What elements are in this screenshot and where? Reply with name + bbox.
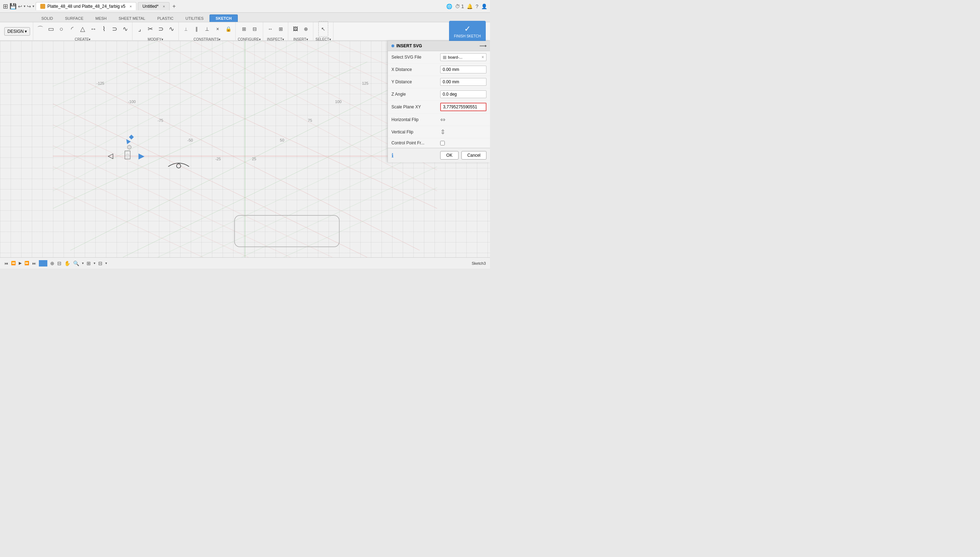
polygon-tool-btn[interactable]: △ [78, 21, 88, 37]
redo-dropdown-icon[interactable]: ▾ [33, 4, 34, 8]
insert-extra-btn[interactable]: ⊕ [301, 21, 311, 37]
panel-expand-icon[interactable]: ⟶ [479, 43, 487, 49]
measure-btn[interactable]: ↔ [265, 21, 275, 37]
insert-image-btn[interactable]: 🖼 [291, 21, 300, 37]
x-distance-input[interactable] [440, 66, 487, 73]
grid-toggle-btn[interactable]: ⊟ [98, 261, 103, 266]
lock-btn[interactable]: 🔒 [223, 21, 233, 37]
app-grid-icon[interactable]: ⊞ [3, 2, 8, 10]
timeline-marker[interactable] [39, 260, 47, 267]
svg-text:-50: -50 [187, 138, 193, 142]
ok-button[interactable]: OK [440, 151, 458, 160]
online-icon[interactable]: 🌐 [446, 3, 452, 9]
nav-next-btn[interactable]: ⏩ [24, 261, 29, 265]
user-avatar[interactable]: 👤 [481, 3, 487, 9]
move-right-arrow[interactable]: ▶ [139, 151, 144, 161]
notification-icon[interactable]: 🔔 [467, 3, 473, 9]
tab-utilities[interactable]: UTILITIES [180, 15, 209, 22]
tab-solid[interactable]: SOLID [35, 15, 59, 22]
tangent-btn[interactable]: ⊥ [202, 21, 212, 37]
svg-file-clear-button[interactable]: × [482, 55, 484, 60]
nav-prev-btn[interactable]: ⏪ [11, 261, 16, 265]
coincident-icon: ⟂ [185, 26, 187, 31]
select-svg-label: Select SVG File [392, 55, 437, 60]
horizontal-flip-button[interactable]: ⇔ [440, 116, 446, 124]
center-diamond[interactable]: ◆ [125, 151, 131, 159]
zoom-btn[interactable]: 🔍 [73, 261, 79, 266]
center-handle[interactable] [127, 145, 131, 149]
control-point-checkbox[interactable] [440, 141, 445, 145]
coincident-btn[interactable]: ⟂ [181, 21, 191, 37]
ellipse-tool-btn[interactable]: ⊃ [109, 21, 119, 37]
zoom-dropdown-btn[interactable]: ▾ [82, 261, 84, 265]
extend-icon: ⊃ [158, 26, 163, 32]
polygon-icon: △ [80, 26, 85, 32]
arc-tool-btn[interactable]: ◜ [67, 21, 77, 37]
select-cursor-btn[interactable]: ↖ [318, 21, 328, 37]
circle-tool-btn[interactable]: ○ [57, 21, 66, 37]
scale-up-handle[interactable]: ◆ [129, 133, 134, 140]
nav-play-btn[interactable]: ▶ [19, 261, 21, 265]
tab-plastic[interactable]: PLASTIC [151, 15, 180, 22]
rect-tool-btn[interactable]: ▭ [46, 21, 56, 37]
tab-sketch[interactable]: SKETCH [209, 15, 237, 22]
fillet-btn[interactable]: ⌟ [135, 21, 144, 37]
inspect-extra-btn[interactable]: ⊞ [276, 21, 286, 37]
fillet-icon: ⌟ [138, 26, 141, 32]
vertical-flip-button[interactable]: ⇕ [440, 128, 446, 136]
file-tab-1[interactable]: Platte_48_48 und Platte_48_24_farbig v5 … [36, 2, 136, 10]
offset-btn[interactable]: ∿ [167, 21, 176, 37]
cancel-button[interactable]: Cancel [461, 151, 487, 160]
finish-sketch-button[interactable]: ✓ FINISH SKETCH [449, 21, 486, 42]
trim-btn[interactable]: ✂ [145, 21, 155, 37]
view-dropdown-btn[interactable]: ▾ [94, 261, 95, 265]
wave-tool-btn[interactable]: ∿ [120, 21, 130, 37]
svg-text:50: 50 [280, 138, 284, 142]
undo-dropdown-icon[interactable]: ▾ [24, 4, 25, 8]
grid-settings-btn[interactable]: ⊞ [239, 21, 249, 37]
redo-icon[interactable]: ↪ [27, 3, 31, 9]
svg-line-5 [53, 125, 332, 257]
extend-btn[interactable]: ⊃ [156, 21, 166, 37]
y-distance-input[interactable] [440, 78, 487, 86]
move-left-arrow[interactable]: ◁ [108, 151, 113, 160]
file-tab-2[interactable]: Untitled* × [138, 2, 170, 10]
select-cursor-icon: ↖ [321, 26, 325, 31]
tab-sheet-metal[interactable]: SHEET METAL [113, 15, 151, 22]
tab1-close[interactable]: × [130, 4, 132, 8]
add-tab-button[interactable]: + [172, 3, 176, 10]
scale-plane-input[interactable] [440, 103, 487, 111]
timer-icon[interactable]: ⏱ 1 [455, 3, 464, 9]
info-icon[interactable]: ℹ [392, 152, 394, 159]
print-btn[interactable]: ⊟ [57, 261, 62, 266]
status-bar: ⏮ ⏪ ▶ ⏩ ⏭ ⊕ ⊟ ✋ 🔍 ▾ ⊞ ▾ ⊟ ▾ Sketch3 [0, 257, 490, 269]
grid-dropdown-btn[interactable]: ▾ [105, 261, 107, 265]
svg-line-19 [199, 146, 437, 257]
vertical-flip-label: Vertical Flip [392, 130, 437, 135]
view-cube-btn[interactable]: ⊞ [87, 261, 91, 266]
tab-mesh[interactable]: MESH [89, 15, 113, 22]
nav-start-btn[interactable]: ⏮ [4, 261, 8, 265]
design-button[interactable]: DESIGN ▾ [4, 27, 30, 36]
tab2-close[interactable]: × [163, 4, 165, 8]
z-angle-input[interactable] [440, 90, 487, 98]
svg-file-display[interactable]: ▦ board-... × [440, 53, 487, 61]
control-point-row: Control Point Fr... [388, 138, 490, 148]
line-tool-btn[interactable]: ⌒ [35, 21, 45, 37]
help-icon[interactable]: ? [475, 3, 479, 9]
pan-btn[interactable]: ✋ [64, 261, 70, 266]
svg-file-name: board-... [448, 55, 480, 59]
snap-settings-btn[interactable]: ⊟ [250, 21, 260, 37]
control-point-checkbox-wrap [440, 141, 445, 145]
pivot-btn[interactable]: ⊕ [50, 261, 54, 266]
dimension-tool-btn[interactable]: ↔ [88, 21, 98, 37]
save-icon[interactable]: 💾 [10, 3, 16, 10]
equal-btn[interactable]: × [213, 21, 222, 37]
offset-icon: ∿ [169, 26, 174, 32]
undo-icon[interactable]: ↩ [18, 3, 22, 9]
spline-tool-btn[interactable]: ⌇ [99, 21, 109, 37]
tab-surface[interactable]: SURFACE [59, 15, 89, 22]
svg-line-23 [53, 41, 297, 170]
nav-end-btn[interactable]: ⏭ [32, 261, 36, 265]
collinear-btn[interactable]: ∥ [191, 21, 201, 37]
